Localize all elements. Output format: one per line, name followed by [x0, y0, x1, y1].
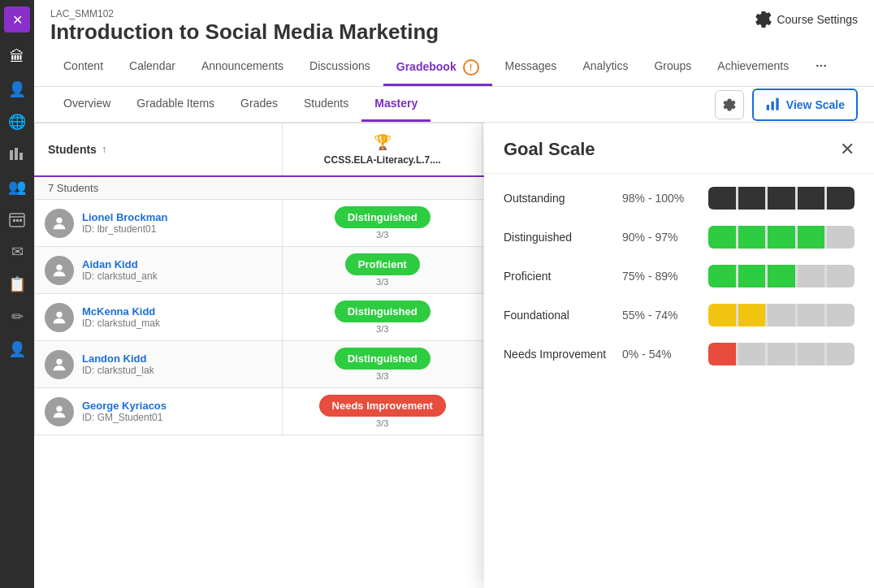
sub-tab-grades[interactable]: Grades — [227, 87, 291, 122]
bar-seg — [827, 265, 855, 288]
student-cell-0: Lionel Brockman ID: lbr_student01 — [35, 200, 283, 247]
scale-item-foundational: Foundational 55% - 74% — [504, 304, 855, 326]
tab-calendar[interactable]: Calendar — [116, 51, 188, 86]
svg-rect-13 — [776, 97, 778, 110]
sidebar-close-button[interactable]: ✕ — [4, 6, 30, 32]
view-scale-button[interactable]: View Scale — [752, 89, 858, 121]
student-name-4[interactable]: George Kyriacos — [82, 400, 167, 412]
svg-rect-7 — [19, 219, 22, 222]
sidebar-icon-calendar[interactable] — [2, 205, 32, 234]
sub-nav: Overview Gradable Items Grades Students … — [34, 87, 874, 123]
tab-analytics[interactable]: Analytics — [569, 51, 641, 86]
grade-badge-4-1: Needs Improvement — [319, 395, 446, 417]
tab-gradebook[interactable]: Gradebook ! — [383, 51, 492, 86]
grade-cell-3-1: Distinguished 3/3 — [283, 341, 482, 388]
settings-gear-button[interactable] — [715, 90, 744, 119]
sub-tab-gradable-items[interactable]: Gradable Items — [123, 87, 227, 122]
course-title: Introduction to Social Media Marketing — [50, 19, 439, 45]
student-name-2[interactable]: McKenna Kidd — [82, 305, 160, 318]
scale-range-needs-improvement: 0% - 54% — [622, 348, 695, 361]
scale-item-needs-improvement: Needs Improvement 0% - 54% — [504, 343, 855, 365]
sub-tab-mastery[interactable]: Mastery — [361, 87, 431, 122]
sidebar-icon-institution[interactable]: 🏛 — [2, 42, 32, 71]
tab-groups[interactable]: Groups — [641, 51, 704, 86]
tab-announcements[interactable]: Announcements — [188, 51, 296, 86]
goal-scale-title: Goal Scale — [504, 139, 595, 160]
grade-badge-3-1: Distinguished — [335, 348, 431, 370]
sidebar-icon-groups[interactable]: 👥 — [2, 172, 32, 201]
view-scale-label: View Scale — [786, 98, 845, 111]
sub-tab-overview[interactable]: Overview — [50, 87, 123, 122]
sidebar-icon-mail[interactable]: ✉ — [2, 237, 32, 266]
bar-seg — [708, 304, 736, 326]
scale-label-outstanding: Outstanding — [504, 192, 609, 205]
sort-arrow-icon[interactable]: ↑ — [102, 144, 106, 155]
student-id-2: ID: clarkstud_mak — [82, 318, 160, 329]
goal-scale-close-button[interactable]: ✕ — [840, 141, 855, 158]
bar-seg — [827, 226, 855, 249]
students-col-label: Students — [48, 143, 97, 156]
student-name-0[interactable]: Lionel Brockman — [82, 211, 167, 223]
student-cell-4: George Kyriacos ID: GM_Student01 — [35, 388, 283, 435]
tab-achievements[interactable]: Achievements — [704, 51, 802, 86]
grade-fraction-3-1: 3/3 — [376, 371, 388, 381]
goal-scale-header: Goal Scale ✕ — [484, 123, 874, 174]
svg-rect-5 — [13, 219, 15, 222]
avatar — [45, 209, 74, 238]
bar-seg — [738, 265, 766, 288]
sidebar-icon-globe[interactable]: 🌐 — [2, 107, 32, 136]
bar-seg — [708, 265, 736, 288]
student-id-1: ID: clarkstud_ank — [82, 270, 158, 282]
bar-seg — [827, 187, 855, 210]
scale-range-outstanding: 98% - 100% — [622, 192, 695, 205]
sub-tab-students[interactable]: Students — [291, 87, 361, 122]
svg-rect-12 — [771, 101, 773, 110]
gradebook-area: Students ↑ 🏆 CCSS.ELA-Literacy.L.7.... — [34, 123, 874, 588]
svg-point-14 — [56, 217, 62, 223]
scale-label-foundational: Foundational — [504, 309, 609, 322]
bar-seg — [798, 187, 825, 210]
student-count: 7 Students — [48, 182, 98, 194]
tab-more[interactable] — [802, 51, 841, 86]
trophy-icon: 🏆 — [291, 133, 474, 151]
tab-discussions[interactable]: Discussions — [296, 51, 383, 86]
scale-range-distinguished: 90% - 97% — [622, 231, 695, 244]
svg-point-18 — [56, 405, 62, 411]
svg-point-17 — [56, 358, 62, 364]
svg-rect-1 — [15, 148, 18, 160]
standard1-label: CCSS.ELA-Literacy.L.7.... — [291, 154, 474, 166]
bar-seg — [798, 265, 825, 288]
sidebar-icon-user[interactable]: 👤 — [2, 75, 32, 104]
scale-label-needs-improvement: Needs Improvement — [504, 348, 609, 361]
svg-point-10 — [824, 65, 827, 67]
bar-seg — [708, 343, 736, 365]
course-settings-button[interactable]: Course Settings — [755, 8, 858, 28]
goal-scale-items: Outstanding 98% - 100% Distinguished — [484, 174, 874, 378]
student-name-1[interactable]: Aidan Kidd — [82, 258, 158, 270]
avatar — [45, 397, 74, 426]
student-id-4: ID: GM_Student01 — [82, 412, 167, 423]
scale-bar-outstanding — [708, 187, 855, 210]
sidebar: ✕ 🏛 👤 🌐 👥 ✉ 📋 ✏ 👤 — [0, 0, 34, 588]
svg-point-8 — [816, 65, 819, 67]
scale-bar-foundational — [708, 304, 855, 326]
grade-fraction-1-1: 3/3 — [376, 277, 388, 287]
bar-seg — [768, 226, 795, 249]
svg-point-9 — [820, 65, 823, 67]
tab-messages[interactable]: Messages — [492, 51, 570, 86]
svg-rect-11 — [767, 105, 769, 110]
grade-badge-2-1: Distinguished — [335, 300, 431, 322]
bar-seg — [798, 304, 825, 326]
bar-seg — [798, 343, 825, 365]
scale-bar-proficient — [708, 265, 855, 288]
student-id-3: ID: clarkstud_lak — [82, 365, 154, 376]
tab-content[interactable]: Content — [50, 51, 116, 86]
col-header-students: Students ↑ — [35, 123, 283, 177]
nav-tabs: Content Calendar Announcements Discussio… — [50, 51, 858, 86]
sidebar-icon-chart[interactable] — [2, 140, 32, 169]
sidebar-icon-person[interactable]: 👤 — [2, 335, 32, 364]
grade-fraction-2-1: 3/3 — [376, 324, 388, 334]
student-name-3[interactable]: Landon Kidd — [82, 352, 154, 365]
sidebar-icon-document[interactable]: 📋 — [2, 270, 32, 299]
sidebar-icon-edit[interactable]: ✏ — [2, 302, 32, 331]
